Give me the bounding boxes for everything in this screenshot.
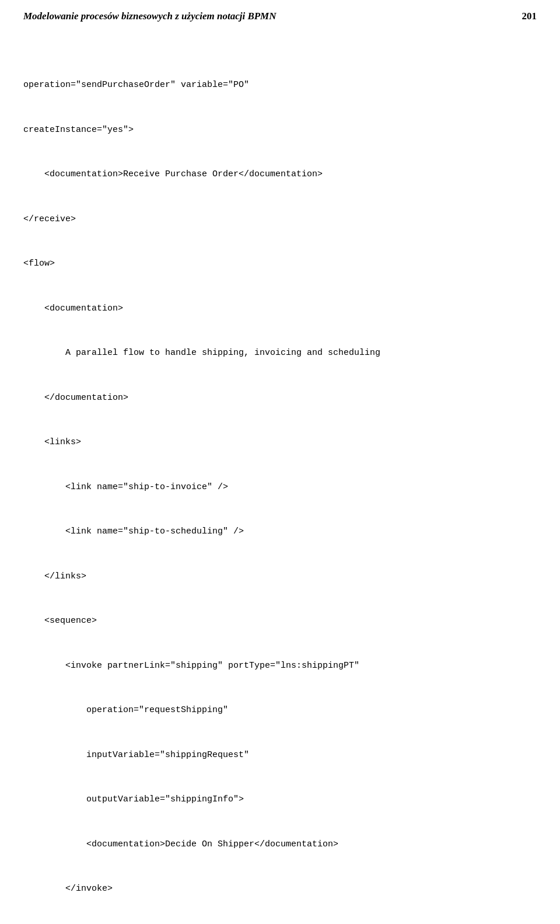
code-line: </receive>	[23, 212, 537, 227]
code-line: <invoke partnerLink="shipping" portType=…	[23, 658, 537, 674]
page-number: 201	[522, 11, 537, 22]
page-header: Modelowanie procesów biznesowych z użyci…	[0, 0, 560, 30]
code-line: </links>	[23, 569, 537, 584]
code-block: operation="sendPurchaseOrder" variable="…	[23, 48, 537, 924]
code-line: createInstance="yes">	[23, 123, 537, 138]
code-line: operation="requestShipping"	[23, 703, 537, 718]
header-title: Modelowanie procesów biznesowych z użyci…	[23, 11, 510, 22]
code-line: <documentation>Decide On Shipper</docume…	[23, 837, 537, 852]
code-line: <link name="ship-to-scheduling" />	[23, 524, 537, 539]
code-line: <documentation>Receive Purchase Order</d…	[23, 167, 537, 182]
content-area: operation="sendPurchaseOrder" variable="…	[0, 30, 560, 924]
code-line: <sequence>	[23, 613, 537, 629]
code-line: inputVariable="shippingRequest"	[23, 748, 537, 763]
code-line: operation="sendPurchaseOrder" variable="…	[23, 78, 537, 93]
page-container: Modelowanie procesów biznesowych z użyci…	[0, 0, 560, 924]
code-line: <links>	[23, 435, 537, 450]
code-line: <flow>	[23, 256, 537, 271]
code-line: outputVariable="shippingInfo">	[23, 792, 537, 807]
code-line: <link name="ship-to-invoice" />	[23, 480, 537, 495]
code-line: </invoke>	[23, 881, 537, 897]
code-line: A parallel flow to handle shipping, invo…	[23, 346, 537, 361]
code-line: </documentation>	[23, 390, 537, 406]
code-line: <documentation>	[23, 301, 537, 316]
